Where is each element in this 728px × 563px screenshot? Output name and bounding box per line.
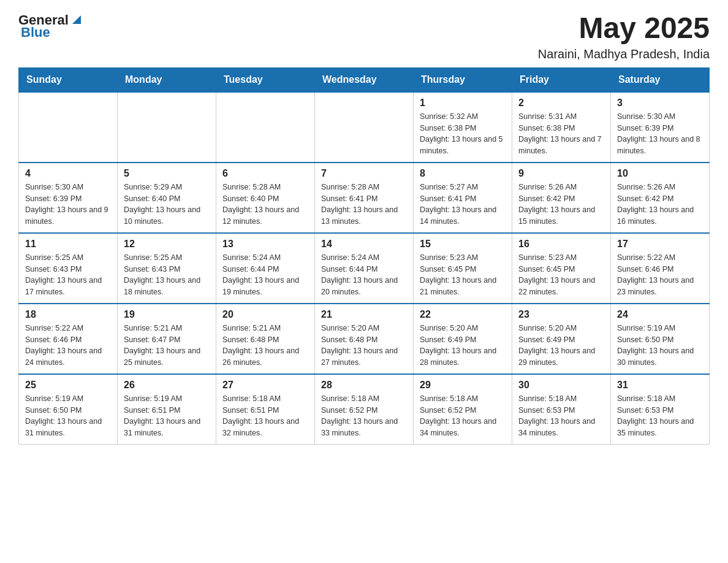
day-number: 4 [25,168,111,179]
cell-info: Sunrise: 5:22 AMSunset: 6:46 PMDaylight:… [25,323,111,369]
calendar-cell: 3Sunrise: 5:30 AMSunset: 6:39 PMDaylight… [611,92,710,163]
calendar-week-row: 11Sunrise: 5:25 AMSunset: 6:43 PMDayligh… [19,233,710,304]
calendar-cell: 4Sunrise: 5:30 AMSunset: 6:39 PMDaylight… [19,163,118,233]
day-number: 26 [124,380,210,391]
calendar-cell: 16Sunrise: 5:23 AMSunset: 6:45 PMDayligh… [512,233,611,304]
location: Naraini, Madhya Pradesh, India [538,47,710,61]
logo-blue: Blue [21,25,50,40]
day-number: 2 [518,98,604,109]
header: General Blue May 2025 Naraini, Madhya Pr… [18,12,710,61]
calendar-cell: 27Sunrise: 5:18 AMSunset: 6:51 PMDayligh… [216,374,315,445]
calendar-cell [216,92,315,163]
calendar-cell: 28Sunrise: 5:18 AMSunset: 6:52 PMDayligh… [315,374,414,445]
day-number: 7 [321,168,407,179]
cell-info: Sunrise: 5:25 AMSunset: 6:43 PMDaylight:… [124,252,210,298]
calendar-cell: 9Sunrise: 5:26 AMSunset: 6:42 PMDaylight… [512,163,611,233]
cell-info: Sunrise: 5:20 AMSunset: 6:49 PMDaylight:… [420,323,506,369]
weekday-header-wednesday: Wednesday [315,67,414,92]
calendar-cell: 29Sunrise: 5:18 AMSunset: 6:52 PMDayligh… [414,374,512,445]
day-number: 12 [124,239,210,250]
calendar-cell: 30Sunrise: 5:18 AMSunset: 6:53 PMDayligh… [512,374,611,445]
day-number: 1 [420,98,506,109]
day-number: 15 [420,239,506,250]
calendar-cell: 21Sunrise: 5:20 AMSunset: 6:48 PMDayligh… [315,304,414,374]
cell-info: Sunrise: 5:30 AMSunset: 6:39 PMDaylight:… [617,111,703,157]
calendar-cell: 11Sunrise: 5:25 AMSunset: 6:43 PMDayligh… [19,233,118,304]
cell-info: Sunrise: 5:32 AMSunset: 6:38 PMDaylight:… [420,111,506,157]
cell-info: Sunrise: 5:22 AMSunset: 6:46 PMDaylight:… [617,252,703,298]
calendar-cell: 14Sunrise: 5:24 AMSunset: 6:44 PMDayligh… [315,233,414,304]
calendar-cell: 31Sunrise: 5:18 AMSunset: 6:53 PMDayligh… [611,374,710,445]
day-number: 11 [25,239,111,250]
weekday-header-friday: Friday [512,67,611,92]
cell-info: Sunrise: 5:25 AMSunset: 6:43 PMDaylight:… [25,252,111,298]
day-number: 16 [518,239,604,250]
day-number: 28 [321,380,407,391]
calendar-cell: 7Sunrise: 5:28 AMSunset: 6:41 PMDaylight… [315,163,414,233]
calendar-header-row: SundayMondayTuesdayWednesdayThursdayFrid… [19,67,710,92]
day-number: 17 [617,239,703,250]
cell-info: Sunrise: 5:23 AMSunset: 6:45 PMDaylight:… [518,252,604,298]
day-number: 9 [518,168,604,179]
cell-info: Sunrise: 5:28 AMSunset: 6:41 PMDaylight:… [321,182,407,228]
calendar-cell: 10Sunrise: 5:26 AMSunset: 6:42 PMDayligh… [611,163,710,233]
cell-info: Sunrise: 5:19 AMSunset: 6:50 PMDaylight:… [617,323,703,369]
calendar-cell [118,92,216,163]
cell-info: Sunrise: 5:19 AMSunset: 6:50 PMDaylight:… [25,393,111,439]
svg-marker-0 [72,15,81,24]
calendar-cell [19,92,118,163]
calendar-cell: 18Sunrise: 5:22 AMSunset: 6:46 PMDayligh… [19,304,118,374]
day-number: 3 [617,98,703,109]
day-number: 8 [420,168,506,179]
day-number: 14 [321,239,407,250]
logo-triangle-icon [70,13,83,26]
day-number: 22 [420,309,506,320]
logo: General Blue [18,12,83,40]
weekday-header-sunday: Sunday [19,67,118,92]
cell-info: Sunrise: 5:23 AMSunset: 6:45 PMDaylight:… [420,252,506,298]
cell-info: Sunrise: 5:21 AMSunset: 6:47 PMDaylight:… [124,323,210,369]
cell-info: Sunrise: 5:26 AMSunset: 6:42 PMDaylight:… [617,182,703,228]
calendar-cell: 20Sunrise: 5:21 AMSunset: 6:48 PMDayligh… [216,304,315,374]
cell-info: Sunrise: 5:31 AMSunset: 6:38 PMDaylight:… [518,111,604,157]
day-number: 10 [617,168,703,179]
calendar-cell: 22Sunrise: 5:20 AMSunset: 6:49 PMDayligh… [414,304,512,374]
cell-info: Sunrise: 5:21 AMSunset: 6:48 PMDaylight:… [222,323,308,369]
day-number: 6 [222,168,308,179]
cell-info: Sunrise: 5:20 AMSunset: 6:49 PMDaylight:… [518,323,604,369]
month-year: May 2025 [538,12,710,45]
calendar-cell: 26Sunrise: 5:19 AMSunset: 6:51 PMDayligh… [118,374,216,445]
day-number: 29 [420,380,506,391]
cell-info: Sunrise: 5:26 AMSunset: 6:42 PMDaylight:… [518,182,604,228]
cell-info: Sunrise: 5:27 AMSunset: 6:41 PMDaylight:… [420,182,506,228]
calendar-cell: 15Sunrise: 5:23 AMSunset: 6:45 PMDayligh… [414,233,512,304]
cell-info: Sunrise: 5:18 AMSunset: 6:51 PMDaylight:… [222,393,308,439]
calendar-cell: 1Sunrise: 5:32 AMSunset: 6:38 PMDaylight… [414,92,512,163]
title-area: May 2025 Naraini, Madhya Pradesh, India [538,12,710,61]
day-number: 27 [222,380,308,391]
calendar-cell: 2Sunrise: 5:31 AMSunset: 6:38 PMDaylight… [512,92,611,163]
calendar-week-row: 25Sunrise: 5:19 AMSunset: 6:50 PMDayligh… [19,374,710,445]
calendar: SundayMondayTuesdayWednesdayThursdayFrid… [18,67,710,445]
weekday-header-monday: Monday [118,67,216,92]
day-number: 20 [222,309,308,320]
weekday-header-saturday: Saturday [611,67,710,92]
calendar-cell: 13Sunrise: 5:24 AMSunset: 6:44 PMDayligh… [216,233,315,304]
cell-info: Sunrise: 5:24 AMSunset: 6:44 PMDaylight:… [321,252,407,298]
calendar-week-row: 1Sunrise: 5:32 AMSunset: 6:38 PMDaylight… [19,92,710,163]
calendar-cell: 24Sunrise: 5:19 AMSunset: 6:50 PMDayligh… [611,304,710,374]
calendar-cell: 5Sunrise: 5:29 AMSunset: 6:40 PMDaylight… [118,163,216,233]
cell-info: Sunrise: 5:24 AMSunset: 6:44 PMDaylight:… [222,252,308,298]
calendar-cell: 23Sunrise: 5:20 AMSunset: 6:49 PMDayligh… [512,304,611,374]
calendar-cell: 19Sunrise: 5:21 AMSunset: 6:47 PMDayligh… [118,304,216,374]
day-number: 21 [321,309,407,320]
day-number: 25 [25,380,111,391]
calendar-week-row: 18Sunrise: 5:22 AMSunset: 6:46 PMDayligh… [19,304,710,374]
cell-info: Sunrise: 5:18 AMSunset: 6:52 PMDaylight:… [321,393,407,439]
calendar-cell: 6Sunrise: 5:28 AMSunset: 6:40 PMDaylight… [216,163,315,233]
calendar-cell: 12Sunrise: 5:25 AMSunset: 6:43 PMDayligh… [118,233,216,304]
day-number: 19 [124,309,210,320]
cell-info: Sunrise: 5:30 AMSunset: 6:39 PMDaylight:… [25,182,111,228]
calendar-week-row: 4Sunrise: 5:30 AMSunset: 6:39 PMDaylight… [19,163,710,233]
calendar-cell: 25Sunrise: 5:19 AMSunset: 6:50 PMDayligh… [19,374,118,445]
